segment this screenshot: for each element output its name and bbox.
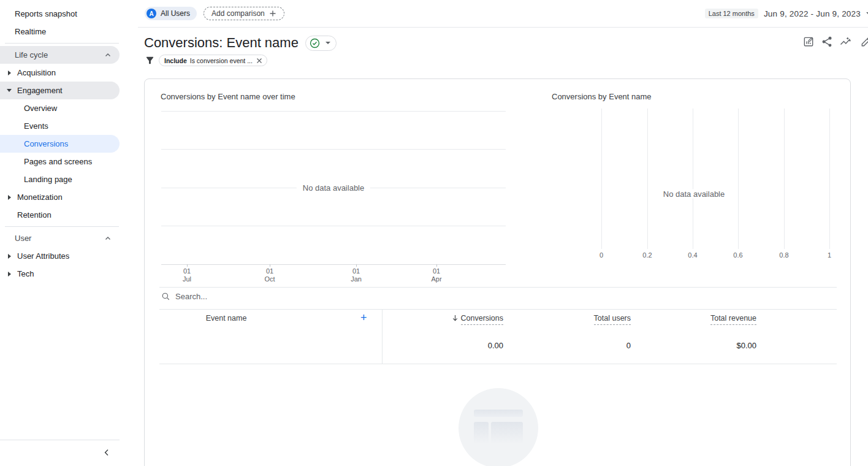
sidebar-divider: [5, 226, 119, 227]
empty-state-table-cell-shape: [491, 422, 523, 445]
axis-tick: [187, 264, 188, 267]
x-tick-label: 0: [600, 251, 603, 259]
all-users-label: All Users: [161, 9, 190, 18]
axis-tick: [436, 264, 437, 267]
close-icon[interactable]: [256, 57, 263, 64]
x-tick-label: 01Jul: [183, 267, 191, 283]
collapse-sidebar-button[interactable]: [100, 446, 113, 459]
x-tick-label: 01Oct: [264, 267, 275, 283]
sidebar-item-label: Conversions: [24, 139, 68, 148]
report-actions: [802, 36, 868, 48]
total-users-value: 0: [626, 341, 631, 350]
chevron-left-icon: [102, 448, 112, 457]
sidebar-item-label: Realtime: [15, 27, 46, 36]
x-tick-label: 01Apr: [431, 267, 441, 283]
divider: [159, 364, 837, 364]
x-tick-label: 0.2: [642, 251, 652, 259]
share-icon: [821, 36, 833, 48]
all-users-chip[interactable]: A All Users: [145, 7, 197, 20]
share-report-button[interactable]: [821, 36, 833, 48]
sidebar-divider: [0, 440, 120, 440]
sidebar-item-pages-and-screens[interactable]: Pages and screens: [0, 153, 120, 170]
sidebar-item-retention[interactable]: Retention: [0, 206, 120, 224]
no-data-message: No data available: [297, 183, 370, 193]
sidebar-item-reports-snapshot[interactable]: Reports snapshot: [0, 5, 120, 23]
customize-report-button[interactable]: [802, 36, 815, 48]
column-header-total-revenue[interactable]: Total revenue: [710, 314, 756, 323]
sidebar-item-label: Engagement: [17, 86, 63, 95]
section-header-label: Life cycle: [15, 50, 48, 59]
filter-bar: Include Is conversion event ...: [145, 55, 267, 66]
line-chart-title: Conversions by Event name over time: [161, 92, 295, 101]
insights-button[interactable]: [839, 36, 851, 48]
x-tick-label: 01Jan: [351, 267, 362, 283]
filter-chip[interactable]: Include Is conversion event ...: [159, 55, 267, 66]
filter-funnel-icon: [145, 55, 155, 66]
sidebar-item-user-attributes[interactable]: User Attributes: [0, 247, 120, 265]
sidebar-item-label: Retention: [17, 210, 51, 220]
divider: [159, 309, 837, 310]
sidebar-item-label: Events: [24, 121, 48, 131]
sidebar-item-landing-page[interactable]: Landing page: [0, 170, 120, 188]
gridline: [647, 109, 648, 249]
report-header: Conversions: Event name: [144, 35, 337, 51]
filter-condition-text: Is conversion event ...: [190, 57, 253, 64]
sidebar-item-engagement[interactable]: Engagement: [0, 82, 120, 99]
gridline: [161, 149, 506, 150]
sidebar-section-user[interactable]: User: [0, 229, 120, 247]
sidebar-section-life-cycle[interactable]: Life cycle: [0, 46, 120, 64]
x-tick-label: 0.6: [733, 251, 742, 259]
sidebar-item-acquisition[interactable]: Acquisition: [0, 64, 120, 82]
axis-tick: [356, 264, 357, 267]
chevron-up-icon: [104, 52, 112, 59]
triangle-right-icon: [8, 195, 11, 200]
triangle-down-icon: [7, 89, 12, 92]
triangle-right-icon: [8, 71, 11, 75]
search-input[interactable]: [175, 292, 371, 301]
sidebar-item-label: Tech: [17, 269, 34, 278]
sidebar-item-label: Monetization: [17, 193, 63, 202]
empty-state-table-header-shape: [474, 410, 523, 417]
triangle-right-icon: [8, 254, 11, 259]
check-circle-icon: [310, 38, 320, 48]
x-tick-label: 0.8: [779, 251, 788, 259]
caret-down-icon: [326, 42, 330, 44]
chevron-up-icon: [104, 235, 112, 242]
x-tick-label: 0.4: [688, 251, 697, 259]
no-data-message: No data available: [657, 189, 731, 199]
sort-descending-icon: [451, 314, 459, 322]
add-comparison-label: Add comparison: [211, 9, 265, 18]
conversion-status-dropdown[interactable]: [305, 36, 337, 51]
x-tick-label: 1: [828, 251, 831, 259]
date-range-picker[interactable]: Last 12 months Jun 9, 2022 - Jun 9, 2023: [705, 9, 868, 18]
topbar: A All Users Add comparison Last 12 month…: [138, 0, 868, 28]
sidebar-item-label: User Attributes: [17, 251, 69, 261]
add-comparison-button[interactable]: Add comparison: [204, 7, 284, 20]
sidebar-item-label: Overview: [24, 104, 57, 113]
customize-report-icon: [802, 36, 815, 48]
gridline: [829, 109, 830, 249]
empty-state-table-cell-shape: [474, 422, 489, 445]
pencil-icon: [860, 36, 868, 48]
empty-state-illustration: [459, 388, 538, 466]
sidebar-item-events[interactable]: Events: [0, 117, 120, 135]
insights-icon: [839, 36, 851, 48]
column-header-total-users[interactable]: Total users: [594, 314, 631, 323]
sidebar-item-tech[interactable]: Tech: [0, 265, 120, 283]
sidebar-divider: [5, 43, 119, 44]
sidebar-item-realtime[interactable]: Realtime: [0, 23, 120, 40]
filter-include-label: Include: [164, 57, 187, 64]
edit-report-button[interactable]: [860, 36, 868, 48]
column-header-conversions[interactable]: Conversions: [451, 314, 503, 323]
date-preset-badge: Last 12 months: [705, 9, 758, 18]
gridline: [161, 111, 506, 112]
gridline: [693, 109, 693, 249]
date-range-text: Jun 9, 2022 - Jun 9, 2023: [764, 9, 861, 18]
add-dimension-button[interactable]: +: [360, 311, 367, 324]
page-title: Conversions: Event name: [144, 35, 299, 51]
sidebar-item-overview[interactable]: Overview: [0, 99, 120, 117]
sidebar-item-monetization[interactable]: Monetization: [0, 188, 120, 206]
column-header-event-name[interactable]: Event name: [206, 314, 247, 323]
sidebar-item-conversions[interactable]: Conversions: [0, 135, 120, 153]
search-icon: [161, 292, 170, 301]
